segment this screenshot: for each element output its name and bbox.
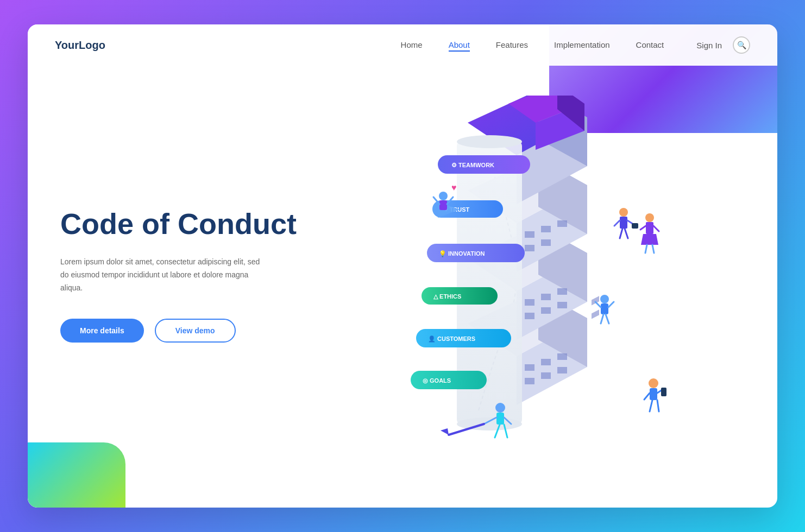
navbar: YourLogo Home About Features Implementat…	[28, 24, 777, 66]
svg-text:👤 CUSTOMERS: 👤 CUSTOMERS	[428, 335, 475, 343]
nav-link-about[interactable]: About	[449, 40, 470, 52]
svg-rect-19	[557, 302, 567, 308]
page-wrapper: YourLogo Home About Features Implementat…	[28, 24, 777, 508]
svg-rect-24	[541, 226, 551, 232]
svg-rect-8	[557, 367, 567, 373]
svg-line-55	[608, 302, 614, 307]
svg-line-68	[653, 226, 659, 231]
svg-point-52	[600, 295, 609, 303]
svg-rect-17	[525, 313, 534, 319]
svg-line-63	[625, 229, 628, 238]
svg-rect-84	[661, 388, 666, 396]
svg-rect-25	[557, 220, 567, 227]
svg-rect-27	[541, 239, 551, 246]
svg-rect-16	[557, 288, 567, 295]
svg-line-60	[614, 220, 620, 226]
nav-link-implementation[interactable]: Implementation	[554, 40, 610, 49]
svg-line-82	[644, 393, 650, 400]
svg-rect-6	[525, 378, 534, 384]
svg-line-54	[595, 302, 601, 307]
button-group: More details View demo	[60, 319, 321, 343]
svg-point-47	[439, 192, 448, 200]
svg-point-80	[649, 378, 658, 388]
illustration-svg: ⚙ TEAMWORK ♥ TRUST	[343, 96, 723, 476]
svg-rect-23	[525, 231, 534, 238]
svg-text:♥: ♥	[451, 183, 457, 192]
svg-rect-4	[541, 359, 551, 365]
nav-right: Sign In 🔍	[696, 36, 750, 54]
isometric-illustration: ⚙ TEAMWORK ♥ TRUST	[343, 96, 723, 476]
svg-line-57	[606, 314, 609, 324]
svg-rect-59	[620, 217, 627, 229]
page-title: Code of Conduct	[60, 207, 321, 240]
nav-item-implementation[interactable]: Implementation	[554, 40, 610, 50]
svg-rect-66	[646, 222, 653, 234]
nav-links: Home About Features Implementation Conta…	[401, 40, 664, 50]
svg-line-71	[652, 245, 654, 253]
left-panel: Code of Conduct Lorem ipsum dolor sit am…	[60, 196, 321, 375]
svg-line-67	[640, 226, 646, 230]
svg-line-86	[657, 400, 659, 411]
svg-rect-3	[525, 364, 534, 371]
svg-rect-15	[541, 294, 551, 300]
svg-rect-26	[525, 245, 534, 251]
nav-item-about[interactable]: About	[449, 40, 470, 50]
svg-rect-73	[496, 413, 504, 425]
search-icon: 🔍	[737, 41, 746, 49]
nav-item-features[interactable]: Features	[496, 40, 528, 50]
signin-link[interactable]: Sign In	[696, 41, 722, 50]
svg-rect-53	[601, 303, 608, 314]
svg-rect-7	[541, 372, 551, 379]
svg-rect-48	[439, 200, 447, 210]
svg-line-62	[620, 229, 622, 238]
svg-marker-69	[641, 234, 658, 245]
svg-rect-64	[632, 223, 638, 229]
svg-text:⚙ TEAMWORK: ⚙ TEAMWORK	[451, 162, 494, 168]
svg-rect-5	[557, 353, 567, 360]
search-button[interactable]: 🔍	[733, 36, 750, 54]
right-panel: ⚙ TEAMWORK ♥ TRUST	[321, 74, 745, 497]
svg-rect-10	[592, 309, 599, 319]
svg-rect-81	[650, 388, 657, 400]
svg-text:◎ GOALS: ◎ GOALS	[423, 377, 451, 384]
nav-link-contact[interactable]: Contact	[636, 40, 664, 49]
nav-link-features[interactable]: Features	[496, 40, 528, 49]
svg-rect-14	[525, 299, 534, 306]
svg-line-56	[601, 314, 603, 324]
svg-line-70	[645, 245, 647, 253]
svg-text:△ ETHICS: △ ETHICS	[433, 293, 461, 300]
svg-point-32	[457, 135, 522, 148]
svg-rect-18	[541, 307, 551, 314]
svg-text:💡 INNOVATION: 💡 INNOVATION	[439, 250, 485, 257]
view-demo-button[interactable]: View demo	[155, 319, 236, 343]
main-content: Code of Conduct Lorem ipsum dolor sit am…	[28, 66, 777, 505]
svg-point-58	[619, 208, 628, 217]
nav-link-home[interactable]: Home	[401, 40, 423, 49]
logo: YourLogo	[55, 39, 105, 52]
svg-point-72	[495, 403, 505, 413]
more-details-button[interactable]: More details	[60, 319, 144, 343]
svg-marker-76	[441, 428, 449, 435]
svg-point-65	[645, 213, 654, 222]
svg-line-85	[650, 400, 652, 411]
page-description: Lorem ipsum dolor sit amet, consectetur …	[60, 256, 267, 294]
nav-item-home[interactable]: Home	[401, 40, 423, 50]
nav-item-contact[interactable]: Contact	[636, 40, 664, 50]
